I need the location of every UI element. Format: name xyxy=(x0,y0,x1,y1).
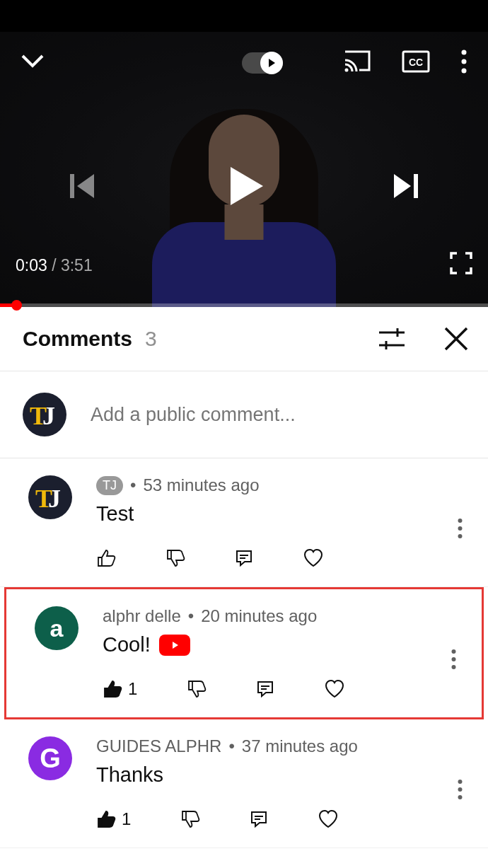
progress-bar[interactable] xyxy=(0,303,488,307)
svg-point-24 xyxy=(458,780,463,784)
more-button[interactable] xyxy=(461,50,467,76)
comment-text: Test xyxy=(96,502,134,526)
more-vert-icon xyxy=(451,649,456,670)
svg-rect-6 xyxy=(70,174,74,198)
comment-sep: • xyxy=(228,736,234,756)
heart-button[interactable] xyxy=(303,548,324,568)
reply-button[interactable] xyxy=(256,680,274,698)
cast-icon xyxy=(344,50,371,73)
comment-avatar: a xyxy=(35,606,79,650)
svg-point-20 xyxy=(452,657,456,661)
reply-button[interactable] xyxy=(250,810,268,828)
svg-point-19 xyxy=(452,649,456,654)
svg-point-21 xyxy=(452,665,456,669)
add-comment-row[interactable]: TJ xyxy=(0,371,488,458)
thumbs-up-icon xyxy=(103,680,122,698)
like-count: 1 xyxy=(128,679,137,699)
fullscreen-button[interactable] xyxy=(450,252,472,279)
like-count: 1 xyxy=(122,809,131,829)
skip-previous-icon xyxy=(67,170,100,202)
heart-icon xyxy=(303,548,324,568)
more-vert-icon xyxy=(461,50,467,74)
comment-avatar: G xyxy=(28,736,72,780)
thumbs-down-icon xyxy=(165,549,185,567)
comment-item: aalphr delle•20 minutes agoCool!1 xyxy=(4,587,484,719)
comment-author: alphr delle xyxy=(103,606,181,626)
comments-list: TJTJ•53 minutes agoTestaalphr delle•20 m… xyxy=(0,458,488,848)
thumbs-down-icon xyxy=(180,810,200,828)
thumbs-up-icon xyxy=(96,549,116,567)
play-icon xyxy=(219,161,269,211)
reply-button[interactable] xyxy=(235,549,253,567)
comment-icon xyxy=(235,549,253,567)
close-button[interactable] xyxy=(406,325,470,352)
user-avatar: TJ xyxy=(23,393,66,436)
svg-rect-7 xyxy=(414,174,418,198)
heart-icon xyxy=(318,809,339,829)
svg-point-3 xyxy=(462,50,467,55)
svg-point-5 xyxy=(462,69,467,74)
author-badge: TJ xyxy=(96,476,123,495)
comment-icon xyxy=(256,680,274,698)
more-vert-icon xyxy=(458,518,463,539)
heart-button[interactable] xyxy=(318,809,339,829)
svg-point-16 xyxy=(458,534,463,538)
duration: 3:51 xyxy=(61,256,93,274)
thumbs-down-icon xyxy=(187,680,207,698)
play-icon xyxy=(267,58,277,68)
fullscreen-icon xyxy=(450,252,472,274)
autoplay-toggle[interactable] xyxy=(242,52,283,74)
comment-more-button[interactable] xyxy=(455,736,465,842)
skip-next-icon xyxy=(388,170,421,202)
collapse-player-button[interactable] xyxy=(21,54,44,71)
chevron-down-icon xyxy=(21,54,44,69)
svg-point-4 xyxy=(462,59,467,64)
video-player[interactable]: CC xyxy=(0,0,488,307)
svg-point-26 xyxy=(458,795,463,799)
sort-button[interactable] xyxy=(341,326,406,352)
previous-button[interactable] xyxy=(67,170,100,205)
svg-point-14 xyxy=(458,519,463,523)
thumbs-up-icon xyxy=(96,810,116,828)
cc-icon: CC xyxy=(402,50,430,73)
close-icon xyxy=(443,325,470,352)
comment-text: Cool! xyxy=(103,633,151,656)
comment-more-button[interactable] xyxy=(448,606,459,712)
comment-icon xyxy=(250,810,268,828)
comment-avatar: TJ xyxy=(28,475,72,519)
current-time: 0:03 xyxy=(16,256,47,274)
comment-time: 20 minutes ago xyxy=(201,606,317,626)
comment-time: 37 minutes ago xyxy=(242,736,358,756)
svg-point-0 xyxy=(345,69,349,72)
like-button[interactable]: 1 xyxy=(103,679,137,699)
captions-button[interactable]: CC xyxy=(402,50,430,76)
dislike-button[interactable] xyxy=(187,680,207,698)
comment-more-button[interactable] xyxy=(455,475,465,581)
heart-icon xyxy=(324,679,345,699)
next-button[interactable] xyxy=(388,170,421,205)
svg-point-25 xyxy=(458,787,463,792)
more-vert-icon xyxy=(458,779,463,800)
comment-sep: • xyxy=(188,606,194,626)
youtube-emoji-icon xyxy=(159,635,190,656)
comment-item: GGUIDES ALPHR•37 minutes agoThanks1 xyxy=(0,719,488,848)
comment-time: 53 minutes ago xyxy=(143,475,259,495)
heart-button[interactable] xyxy=(324,679,345,699)
svg-point-15 xyxy=(458,526,463,531)
comment-sep: • xyxy=(130,475,136,495)
comments-header: Comments 3 xyxy=(0,307,488,371)
comment-text: Thanks xyxy=(96,763,163,787)
cast-button[interactable] xyxy=(344,50,371,76)
comment-input[interactable] xyxy=(91,404,465,426)
video-time: 0:03 / 3:51 xyxy=(16,256,93,275)
tune-icon xyxy=(378,326,406,352)
svg-text:CC: CC xyxy=(409,57,423,68)
like-button[interactable]: 1 xyxy=(96,809,131,829)
like-button[interactable] xyxy=(96,549,116,567)
dislike-button[interactable] xyxy=(165,549,185,567)
comment-item: TJTJ•53 minutes agoTest xyxy=(0,458,488,587)
comments-title: Comments xyxy=(23,327,132,351)
play-button[interactable] xyxy=(219,161,269,214)
comment-author: GUIDES ALPHR xyxy=(96,736,221,756)
dislike-button[interactable] xyxy=(180,810,200,828)
